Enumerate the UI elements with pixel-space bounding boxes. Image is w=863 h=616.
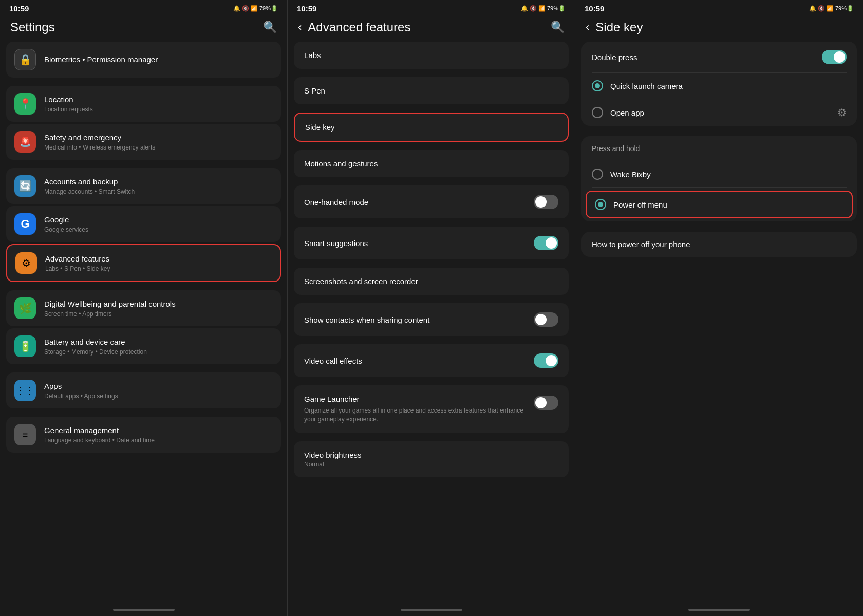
battery-text: Battery and device care Storage • Memory… bbox=[44, 337, 273, 356]
status-right-1: 🔔 🔇 📶 79%🔋 bbox=[233, 5, 278, 12]
settings-item-advanced[interactable]: ⚙ Advanced features Labs • S Pen • Side … bbox=[6, 244, 281, 282]
advanced-icon: ⚙ bbox=[15, 252, 37, 274]
settings-item-apps[interactable]: ⋮⋮ Apps Default apps • App settings bbox=[6, 372, 281, 408]
smart-title: Smart suggestions bbox=[304, 239, 534, 248]
press-hold-header-row: Press and hold bbox=[581, 136, 857, 161]
spen-title: S Pen bbox=[304, 86, 558, 95]
af-onehanded[interactable]: One-handed mode bbox=[294, 185, 569, 218]
wellbeing-subtitle: Screen time • App timers bbox=[44, 310, 273, 318]
open-app-radio[interactable] bbox=[592, 107, 603, 118]
double-press-row[interactable]: Double press bbox=[581, 42, 857, 72]
google-subtitle: Google services bbox=[44, 226, 273, 233]
quick-camera-radio[interactable] bbox=[592, 80, 603, 91]
double-press-knob bbox=[834, 51, 845, 63]
power-off-radio[interactable] bbox=[595, 199, 606, 210]
af-smart[interactable]: Smart suggestions bbox=[294, 227, 569, 259]
settings-item-biometrics[interactable]: 🔒 Biometrics • Permission manager bbox=[6, 42, 281, 78]
videocall-toggle-knob bbox=[546, 355, 557, 366]
af-spen[interactable]: S Pen bbox=[294, 77, 569, 104]
quick-camera-label: Quick launch camera bbox=[610, 82, 847, 90]
settings-title: Settings bbox=[10, 20, 55, 34]
open-app-row[interactable]: Open app ⚙ bbox=[581, 99, 857, 126]
power-off-row-wrapper: Power off menu bbox=[586, 191, 853, 218]
home-indicator-1 bbox=[113, 609, 175, 611]
videocall-toggle[interactable] bbox=[534, 353, 558, 368]
settings-item-general[interactable]: ≡ General management Language and keyboa… bbox=[6, 417, 281, 453]
wake-bixby-radio[interactable] bbox=[592, 169, 603, 180]
settings-item-location[interactable]: 📍 Location Location requests bbox=[6, 86, 281, 122]
onehanded-toggle[interactable] bbox=[534, 195, 558, 209]
settings-item-accounts[interactable]: 🔄 Accounts and backup Manage accounts • … bbox=[6, 168, 281, 204]
side-key-panel: 10:59 🔔 🔇 📶 79%🔋 ‹ Side key Double press bbox=[575, 0, 863, 616]
labs-title: Labs bbox=[304, 51, 558, 60]
power-off-row[interactable]: Power off menu bbox=[587, 192, 852, 217]
safety-title: Safety and emergency bbox=[44, 133, 273, 143]
gear-icon[interactable]: ⚙ bbox=[837, 106, 847, 119]
game-toggle[interactable] bbox=[534, 396, 558, 410]
open-app-label: Open app bbox=[610, 108, 837, 117]
status-bar-2: 10:59 🔔 🔇 📶 79%🔋 bbox=[288, 0, 575, 15]
biometrics-title: Biometrics • Permission manager bbox=[44, 54, 273, 65]
af-videocall[interactable]: Video call effects bbox=[294, 344, 569, 377]
settings-item-wellbeing[interactable]: 🌿 Digital Wellbeing and parental control… bbox=[6, 290, 281, 326]
battery-subtitle: Storage • Memory • Device protection bbox=[44, 348, 273, 356]
videocall-title: Video call effects bbox=[304, 357, 534, 365]
battery-title: Battery and device care bbox=[44, 337, 273, 347]
af-labs[interactable]: Labs bbox=[294, 42, 569, 69]
game-subtitle: Organize all your games all in one place… bbox=[304, 406, 529, 424]
wake-bixby-row[interactable]: Wake Bixby bbox=[581, 161, 857, 187]
home-indicator-2 bbox=[401, 609, 462, 611]
power-off-label: Power off menu bbox=[613, 200, 843, 209]
how-power-off-row[interactable]: How to power off your phone bbox=[581, 232, 857, 257]
location-text: Location Location requests bbox=[44, 95, 273, 113]
af-contacts[interactable]: Show contacts when sharing content bbox=[294, 303, 569, 336]
af-game[interactable]: Game Launcher Organize all your games al… bbox=[294, 385, 569, 433]
google-icon: G bbox=[14, 213, 36, 235]
side-key-content: Double press Quick launch camera Open ap… bbox=[575, 42, 863, 604]
home-indicator-3 bbox=[688, 609, 750, 611]
settings-item-safety[interactable]: 🚨 Safety and emergency Medical info • Wi… bbox=[6, 124, 281, 160]
advanced-features-header: ‹ Advanced features 🔍 bbox=[288, 15, 575, 42]
contacts-toggle-knob bbox=[535, 314, 547, 325]
af-motions[interactable]: Motions and gestures bbox=[294, 150, 569, 177]
settings-header: Settings 🔍 bbox=[0, 15, 287, 42]
quick-camera-row[interactable]: Quick launch camera bbox=[581, 73, 857, 99]
smart-toggle-knob bbox=[546, 237, 557, 249]
game-content: Game Launcher Organize all your games al… bbox=[304, 395, 529, 424]
af-screenshots[interactable]: Screenshots and screen recorder bbox=[294, 268, 569, 295]
double-press-toggle[interactable] bbox=[822, 50, 847, 64]
accounts-title: Accounts and backup bbox=[44, 177, 273, 187]
google-text: Google Google services bbox=[44, 215, 273, 233]
af-sidekey[interactable]: Side key bbox=[294, 113, 569, 142]
location-title: Location bbox=[44, 95, 273, 105]
double-press-label: Double press bbox=[592, 53, 822, 62]
wake-bixby-label: Wake Bixby bbox=[610, 170, 847, 179]
settings-panel: 10:59 🔔 🔇 📶 79%🔋 Settings 🔍 🔒 Biometrics… bbox=[0, 0, 288, 616]
apps-text: Apps Default apps • App settings bbox=[44, 381, 273, 400]
side-key-title: Side key bbox=[595, 20, 643, 34]
status-time-2: 10:59 bbox=[297, 4, 316, 13]
status-time-1: 10:59 bbox=[9, 4, 29, 13]
settings-content: 🔒 Biometrics • Permission manager 📍 Loca… bbox=[0, 42, 287, 604]
search-icon[interactable]: 🔍 bbox=[263, 21, 277, 34]
af-videobrightness[interactable]: Video brightness Normal bbox=[294, 441, 569, 477]
videobrightness-title: Video brightness bbox=[304, 451, 558, 459]
wellbeing-text: Digital Wellbeing and parental controls … bbox=[44, 299, 273, 318]
settings-item-battery[interactable]: 🔋 Battery and device care Storage • Memo… bbox=[6, 328, 281, 364]
back-icon-2[interactable]: ‹ bbox=[298, 21, 302, 34]
advanced-features-content: Labs S Pen Side key Motions and gestures… bbox=[288, 42, 575, 604]
settings-item-google[interactable]: G Google Google services bbox=[6, 206, 281, 242]
accounts-text: Accounts and backup Manage accounts • Sm… bbox=[44, 177, 273, 195]
onehanded-title: One-handed mode bbox=[304, 198, 534, 207]
advanced-text: Advanced features Labs • S Pen • Side ke… bbox=[45, 254, 272, 272]
home-bar-3 bbox=[575, 604, 863, 616]
search-icon-2[interactable]: 🔍 bbox=[551, 21, 565, 34]
how-power-off-section: How to power off your phone bbox=[581, 232, 857, 257]
power-off-radio-inner bbox=[598, 202, 603, 207]
back-icon-3[interactable]: ‹ bbox=[586, 21, 589, 34]
google-title: Google bbox=[44, 215, 273, 225]
smart-toggle[interactable] bbox=[534, 236, 558, 250]
apps-icon: ⋮⋮ bbox=[14, 380, 36, 401]
status-bar-3: 10:59 🔔 🔇 📶 79%🔋 bbox=[575, 0, 863, 15]
contacts-toggle[interactable] bbox=[534, 312, 558, 327]
